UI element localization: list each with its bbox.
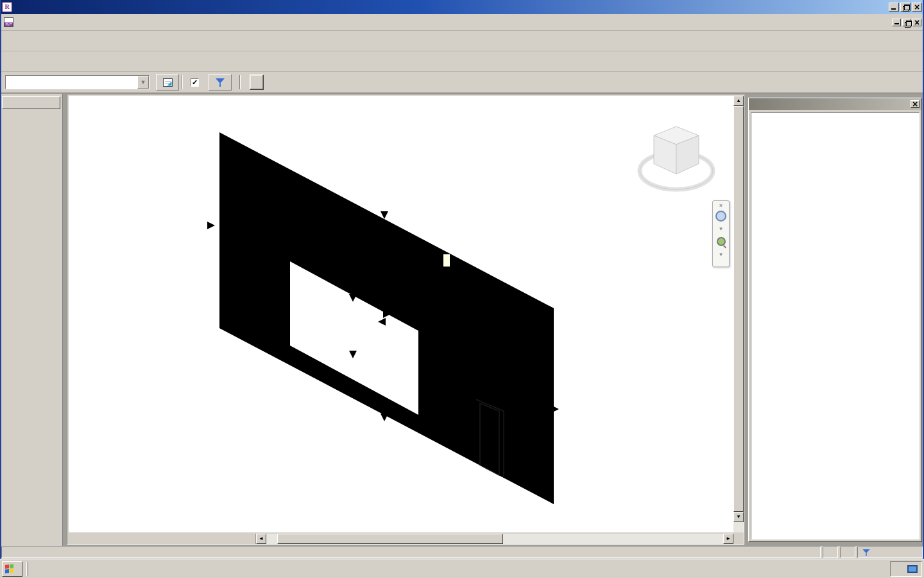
title-bar[interactable]: R	[0, 0, 924, 14]
wall-left-arrow-icon	[207, 222, 215, 229]
element-properties-button[interactable]	[156, 74, 179, 91]
filter-funnel-icon	[862, 548, 871, 557]
start-button[interactable]	[2, 561, 22, 577]
vertical-scroll-thumb[interactable]	[733, 106, 744, 512]
system-tray	[890, 561, 922, 577]
scroll-right-icon[interactable]: ►	[723, 534, 733, 544]
project-browser-titlebar[interactable]	[749, 98, 921, 110]
revit-application-window: R ▼ ✓	[0, 0, 924, 578]
basics-tab[interactable]	[2, 96, 60, 109]
project-browser-tree	[751, 112, 920, 539]
scroll-up-icon[interactable]: ▲	[733, 96, 744, 106]
chevron-down-icon[interactable]: ▼	[137, 76, 149, 89]
door-panel[interactable]	[480, 403, 499, 475]
status-bar	[0, 546, 924, 559]
windows-taskbar	[0, 559, 924, 578]
filter-button[interactable]	[209, 74, 232, 91]
edit-button[interactable]	[250, 74, 264, 90]
close-button[interactable]	[912, 3, 922, 12]
checkbox-check-icon: ✓	[191, 78, 199, 87]
steering-wheel-icon[interactable]	[714, 209, 728, 222]
scrollbar-corner	[733, 534, 744, 544]
properties-sheet-icon	[163, 78, 173, 87]
doc-close-button[interactable]	[912, 19, 921, 26]
document-icon[interactable]	[4, 17, 13, 27]
type-selector-combo[interactable]: ▼	[5, 75, 150, 89]
status-message	[1, 547, 821, 558]
project-browser-close-icon[interactable]	[911, 100, 920, 108]
3d-view-canvas[interactable]: ×	[69, 96, 733, 532]
horizontal-scrollbar[interactable]	[266, 534, 723, 544]
vertical-scrollbar[interactable]: ▲ ▼	[733, 96, 744, 532]
design-bar	[0, 94, 63, 546]
restore-button[interactable]	[900, 3, 911, 12]
status-pane-3	[840, 547, 855, 558]
bottom-bar: ◄ ►	[69, 534, 744, 544]
tools-toolbar	[0, 51, 924, 72]
zoom-dropdown-icon[interactable]	[714, 248, 728, 261]
display-icon[interactable]	[907, 565, 918, 573]
3d-model-drawing	[69, 96, 733, 532]
navbar-close-icon[interactable]: ×	[714, 202, 728, 209]
wall-end-cap[interactable]	[549, 306, 554, 504]
viewcube[interactable]	[640, 127, 713, 189]
scroll-left-icon[interactable]: ◄	[256, 534, 266, 544]
selection-filter-pane[interactable]	[857, 547, 923, 558]
window-border-left	[0, 0, 1, 559]
options-bar: ▼ ✓	[0, 72, 924, 94]
doc-minimize-button[interactable]	[892, 19, 901, 26]
wall-bottom-arrow-icon	[381, 414, 388, 421]
element-tooltip	[443, 254, 450, 267]
drawing-area: × ▲ ▼ ◄	[67, 94, 744, 545]
scroll-down-icon[interactable]: ▼	[733, 512, 744, 522]
project-browser-panel	[748, 98, 922, 542]
minimize-button[interactable]	[889, 3, 899, 12]
revit-app-icon: R	[2, 2, 12, 12]
status-pane-2	[823, 547, 838, 558]
press-drag-checkbox[interactable]: ✓	[191, 78, 202, 87]
windows-logo-icon	[5, 564, 14, 573]
filter-funnel-icon	[215, 77, 225, 87]
standard-toolbar	[0, 31, 924, 51]
wall-right-arrow-icon	[551, 405, 559, 413]
view-control-bar	[69, 534, 256, 544]
doc-restore-button[interactable]	[902, 19, 911, 26]
workspace: × ▲ ▼ ◄	[0, 94, 924, 546]
navigation-bar: ×	[712, 200, 730, 267]
menu-bar	[0, 14, 924, 31]
taskbar-grip	[26, 562, 28, 576]
horizontal-scroll-thumb[interactable]	[277, 534, 503, 544]
zoom-tool-icon[interactable]	[714, 235, 728, 248]
wheel-dropdown-icon[interactable]	[714, 222, 728, 235]
